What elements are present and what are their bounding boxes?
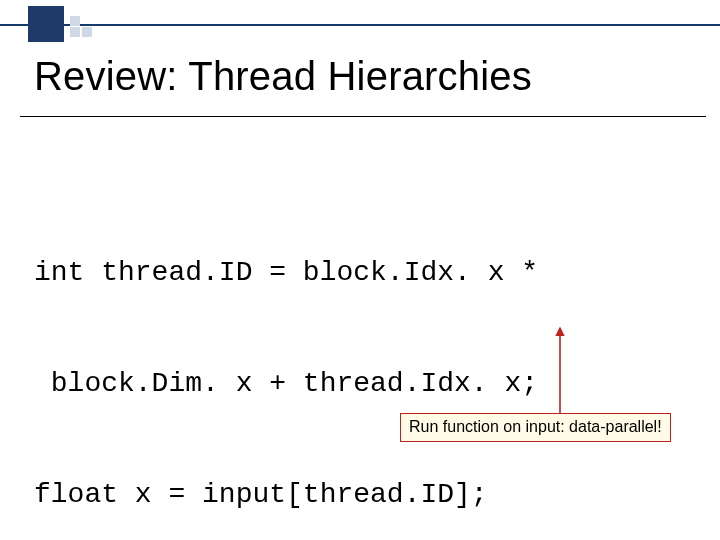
code-line-1: int thread.ID = block.Idx. x * bbox=[34, 257, 538, 288]
code-line-3: float x = input[thread.ID]; bbox=[34, 479, 488, 510]
callout-label: Run function on input: data-parallel! bbox=[400, 413, 671, 442]
code-line-2: block.Dim. x + thread.Idx. x; bbox=[34, 368, 538, 399]
